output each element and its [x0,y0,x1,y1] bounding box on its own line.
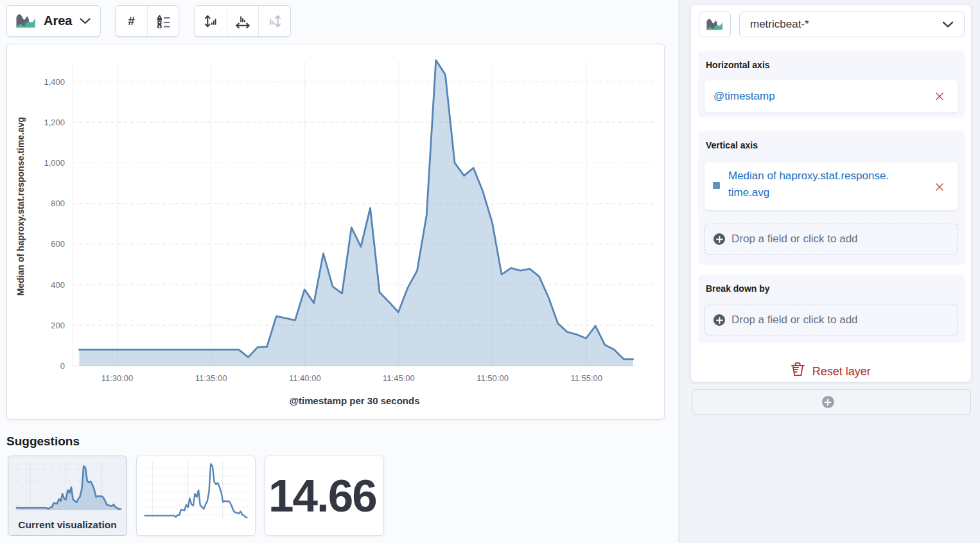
svg-text:0: 0 [60,361,65,371]
svg-text:1,400: 1,400 [44,77,65,87]
svg-text:11:50:00: 11:50:00 [477,373,509,383]
svg-text:1,000: 1,000 [44,158,65,168]
svg-text:600: 600 [51,239,65,249]
svg-text:11:55:00: 11:55:00 [570,373,602,383]
svg-text:200: 200 [51,321,65,330]
svg-text:400: 400 [51,280,65,290]
svg-text:1,200: 1,200 [44,118,65,127]
svg-text:11:40:00: 11:40:00 [289,373,321,383]
svg-text:11:45:00: 11:45:00 [383,373,415,383]
svg-text:11:30:00: 11:30:00 [101,373,134,383]
svg-text:11:35:00: 11:35:00 [195,373,227,383]
svg-text:@timestamp per 30 seconds: @timestamp per 30 seconds [289,395,419,406]
svg-text:800: 800 [51,199,65,208]
svg-text:Median of haproxy.stat.respons: Median of haproxy.stat.response.time.avg [15,117,26,296]
